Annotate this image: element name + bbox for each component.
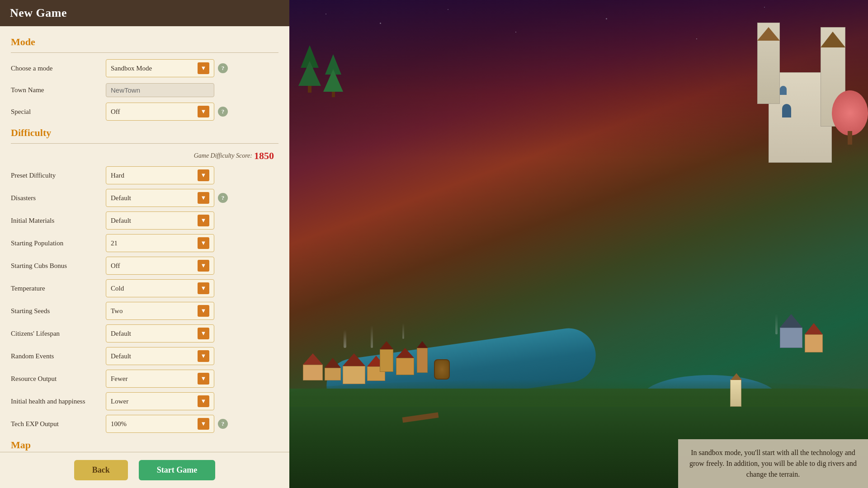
pink-tree [832,90,868,145]
initial-health-control: Lower ▼ [106,392,278,410]
starting-population-label: Starting Population [11,239,106,247]
initial-materials-label: Initial Materials [11,217,106,225]
temperature-arrow[interactable]: ▼ [198,282,209,294]
barrel [434,359,450,380]
citizens-lifespan-row: Citizens' Lifespan Default ▼ [11,324,278,343]
mode-section-title: Mode [11,36,278,48]
smoke-4 [775,314,778,334]
disasters-row: Disasters Default ▼ ? [11,189,278,207]
citizens-lifespan-control: Default ▼ [106,324,278,343]
info-box-text: In sandbox mode, you'll start with all t… [689,449,857,478]
game-background: In sandbox mode, you'll start with all t… [289,0,868,488]
difficulty-score-value: 1850 [254,150,274,162]
starting-seeds-control: Two ▼ [106,302,278,320]
special-row: Special Off ▼ ? [11,103,278,121]
initial-health-select[interactable]: Lower ▼ [106,392,214,410]
tech-exp-select[interactable]: 100% ▼ [106,415,214,433]
disasters-select[interactable]: Default ▼ [106,189,214,207]
citizens-lifespan-select[interactable]: Default ▼ [106,324,214,343]
starting-population-row: Starting Population 21 ▼ [11,234,278,252]
lighthouse-roof [731,373,742,380]
preset-difficulty-control: Hard ▼ [106,166,278,184]
random-events-control: Default ▼ [106,347,278,365]
starting-cubs-control: Off ▼ [106,257,278,275]
info-box: In sandbox mode, you'll start with all t… [678,439,868,488]
pink-tree-trunk [848,131,852,145]
starting-population-control: 21 ▼ [106,234,278,252]
random-events-select[interactable]: Default ▼ [106,347,214,365]
right-buildings [780,314,823,352]
tech-exp-arrow[interactable]: ▼ [198,418,209,430]
difficulty-score-row: Game Difficulty Score: 1850 [11,150,278,162]
starting-seeds-label: Starting Seeds [11,307,106,315]
mode-choose-help-icon[interactable]: ? [218,63,228,73]
initial-health-arrow[interactable]: ▼ [198,395,209,407]
smoke-1 [344,330,346,348]
preset-difficulty-select[interactable]: Hard ▼ [106,166,214,184]
smoke-2 [371,325,373,348]
preset-difficulty-arrow[interactable]: ▼ [198,169,209,181]
castle-right-roof [821,32,845,47]
random-events-arrow[interactable]: ▼ [198,350,209,362]
random-events-row: Random Events Default ▼ [11,347,278,365]
mode-choose-select[interactable]: Sandbox Mode ▼ [106,59,214,77]
back-button[interactable]: Back [74,460,128,480]
starting-seeds-select[interactable]: Two ▼ [106,302,214,320]
left-panel: New Game Mode Choose a mode Sandbox Mode… [0,0,289,488]
starting-cubs-select[interactable]: Off ▼ [106,257,214,275]
town-name-input[interactable] [106,83,214,97]
citizens-lifespan-arrow[interactable]: ▼ [198,328,209,339]
resource-output-control: Fewer ▼ [106,370,278,388]
right-panel: In sandbox mode, you'll start with all t… [289,0,868,488]
starting-population-select[interactable]: 21 ▼ [106,234,214,252]
starting-population-arrow[interactable]: ▼ [198,237,209,249]
scroll-area[interactable]: Mode Choose a mode Sandbox Mode ▼ ? [0,26,289,488]
starting-cubs-arrow[interactable]: ▼ [198,260,209,272]
temperature-control: Cold ▼ [106,279,278,297]
resource-output-arrow[interactable]: ▼ [198,373,209,385]
resource-output-select[interactable]: Fewer ▼ [106,370,214,388]
center-buildings [380,341,428,375]
pink-tree-top [832,90,868,136]
start-game-button[interactable]: Start Game [139,460,215,480]
tech-exp-row: Tech EXP Output 100% ▼ ? [11,415,278,433]
temperature-select[interactable]: Cold ▼ [106,279,214,297]
disasters-arrow[interactable]: ▼ [198,192,209,204]
starting-cubs-row: Starting Cubs Bonus Off ▼ [11,257,278,275]
mode-section: Mode Choose a mode Sandbox Mode ▼ ? [11,36,278,121]
resource-output-row: Resource Output Fewer ▼ [11,370,278,388]
preset-difficulty-label: Preset Difficulty [11,172,106,179]
mode-choose-control: Sandbox Mode ▼ ? [106,59,278,77]
initial-health-label: Initial health and happiness [11,398,106,405]
town-name-control [106,83,278,97]
lighthouse [730,380,741,407]
mode-choose-row: Choose a mode Sandbox Mode ▼ ? [11,59,278,77]
starting-seeds-arrow[interactable]: ▼ [198,305,209,317]
tech-exp-help-icon[interactable]: ? [218,419,228,429]
starting-cubs-label: Starting Cubs Bonus [11,262,106,270]
citizens-lifespan-label: Citizens' Lifespan [11,330,106,338]
castle-left-roof [757,27,780,41]
town-name-row: Town Name [11,82,278,98]
disasters-control: Default ▼ ? [106,189,278,207]
initial-materials-arrow[interactable]: ▼ [198,215,209,226]
special-arrow[interactable]: ▼ [198,106,209,117]
preset-difficulty-row: Preset Difficulty Hard ▼ [11,166,278,184]
special-help-icon[interactable]: ? [218,107,228,117]
castle-window2 [780,86,787,95]
mode-choose-arrow[interactable]: ▼ [198,62,209,74]
difficulty-section-title: Difficulty [11,127,278,139]
disasters-help-icon[interactable]: ? [218,193,228,203]
mode-divider [11,52,278,53]
resource-output-label: Resource Output [11,375,106,383]
tech-exp-control: 100% ▼ ? [106,415,278,433]
special-select[interactable]: Off ▼ [106,103,214,121]
ground-edge [289,380,868,407]
starting-seeds-row: Starting Seeds Two ▼ [11,302,278,320]
tech-exp-label: Tech EXP Output [11,420,106,428]
random-events-label: Random Events [11,352,106,360]
initial-materials-select[interactable]: Default ▼ [106,211,214,230]
disasters-label: Disasters [11,194,106,202]
castle-window [782,104,791,117]
initial-materials-control: Default ▼ [106,211,278,230]
